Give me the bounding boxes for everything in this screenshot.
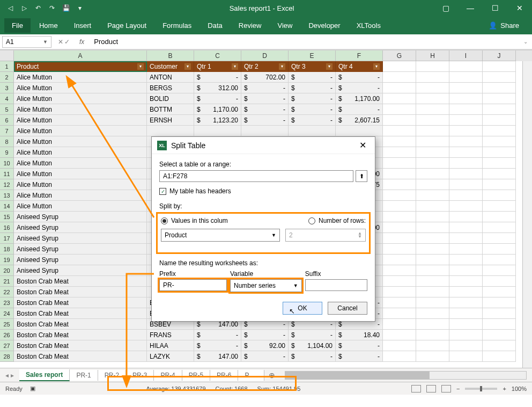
cell[interactable] [383,93,416,104]
cell[interactable]: Boston Crab Meat [14,308,147,319]
cell[interactable] [147,126,194,136]
variable-combo[interactable]: Number series▼ [230,279,302,292]
cell[interactable]: $- [336,351,383,362]
close-window-icon[interactable]: ✕ [507,0,532,16]
cell[interactable]: Alice Mutton [14,83,147,93]
cell[interactable] [383,115,416,126]
cell[interactable]: Alice Mutton [14,190,147,201]
cell[interactable] [449,244,483,255]
cell[interactable] [416,201,449,212]
sheet-nav-next-icon[interactable]: ▸ [11,372,14,379]
cell[interactable]: $- [336,340,383,351]
cell[interactable] [383,104,416,115]
cell[interactable]: Boston Crab Meat [14,340,147,351]
filter-dropdown-icon[interactable]: ▾ [137,63,144,70]
cell[interactable] [416,169,449,179]
sheet-tab[interactable]: PR-2 [98,370,126,381]
cell[interactable]: Boston Crab Meat [14,319,147,330]
row-header[interactable]: 13 [0,190,14,201]
row-header[interactable]: 17 [0,233,14,244]
cell[interactable]: Boston Crab Meat [14,276,147,287]
cell[interactable]: Alice Mutton [14,136,147,147]
enter-formula-icon[interactable]: ✓ [64,38,70,46]
column-header[interactable]: I [449,50,483,61]
cell[interactable]: Aniseed Syrup [14,233,147,244]
nav-right-icon[interactable]: ▷ [19,3,29,13]
redo-icon[interactable]: ↷ [47,3,57,13]
cell[interactable] [483,126,516,136]
table-header-cell[interactable]: Qtr 1▾ [194,61,241,72]
cell[interactable] [383,179,416,190]
ribbon-options-icon[interactable]: ▢ [433,0,458,16]
cell[interactable] [416,179,449,190]
cancel-button[interactable]: Cancel [328,302,367,315]
cell[interactable]: $- [241,104,289,115]
cell[interactable] [416,104,449,115]
filter-dropdown-icon[interactable]: ▾ [279,63,285,70]
column-header[interactable]: E [289,50,336,61]
cell[interactable] [449,330,483,340]
cell[interactable] [383,147,416,158]
cell[interactable]: $- [289,72,336,83]
cell[interactable] [383,265,416,276]
cell[interactable] [449,136,483,147]
row-header[interactable]: 11 [0,169,14,179]
table-header-cell[interactable]: Product▾ [14,61,147,72]
cell[interactable]: $1,104.00 [289,340,336,351]
cell[interactable]: BERGS [147,83,194,93]
zoom-slider[interactable] [465,388,497,390]
cell[interactable] [449,276,483,287]
row-header[interactable]: 7 [0,126,14,136]
cell[interactable]: $1,170.00 [336,93,383,104]
row-header[interactable]: 19 [0,255,14,265]
cell[interactable] [449,233,483,244]
cell[interactable]: $- [194,72,241,83]
cell[interactable] [416,297,449,308]
cell[interactable]: Alice Mutton [14,201,147,212]
cell[interactable] [483,158,516,169]
cell[interactable] [194,126,241,136]
cell[interactable] [483,330,516,340]
nav-left-icon[interactable]: ◁ [5,3,15,13]
ribbon-tab-page-layout[interactable]: Page Layout [100,18,154,33]
cell[interactable] [449,351,483,362]
cell[interactable] [416,233,449,244]
column-header[interactable]: B [147,50,194,61]
row-header[interactable]: 3 [0,83,14,93]
suffix-input[interactable] [305,279,367,291]
cell[interactable]: $92.00 [241,340,289,351]
cell[interactable] [416,222,449,233]
cell[interactable] [449,158,483,169]
column-header[interactable]: A [14,50,147,61]
cell[interactable] [449,265,483,276]
range-input[interactable]: A1:F278 [159,170,353,182]
cell[interactable] [449,179,483,190]
sheet-tab[interactable]: PR-3 [126,370,154,381]
cell[interactable] [483,340,516,351]
sheet-tab[interactable]: PR-6 [210,370,238,381]
cell[interactable] [383,201,416,212]
zoom-out-icon[interactable]: − [456,386,460,392]
cell[interactable] [449,115,483,126]
sheet-tab[interactable]: PR-1 [70,370,98,381]
cell[interactable] [383,319,416,330]
cell[interactable]: $2,607.15 [336,115,383,126]
column-header[interactable]: G [383,50,416,61]
cell[interactable] [336,126,383,136]
zoom-level[interactable]: 100% [512,386,527,392]
cell[interactable] [416,340,449,351]
formula-bar[interactable]: Product [90,38,519,46]
ribbon-tab-insert[interactable]: Insert [66,18,99,33]
cell[interactable]: $- [241,83,289,93]
cell[interactable]: $- [194,93,241,104]
cell[interactable] [483,104,516,115]
column-header[interactable]: H [416,50,449,61]
cell[interactable] [449,340,483,351]
cell[interactable] [416,72,449,83]
row-header[interactable]: 21 [0,276,14,287]
filter-dropdown-icon[interactable]: ▾ [232,63,238,70]
cell[interactable]: $- [194,340,241,351]
prefix-input[interactable]: PR- [159,279,227,291]
row-header[interactable]: 26 [0,330,14,340]
cell[interactable]: ANTON [147,72,194,83]
